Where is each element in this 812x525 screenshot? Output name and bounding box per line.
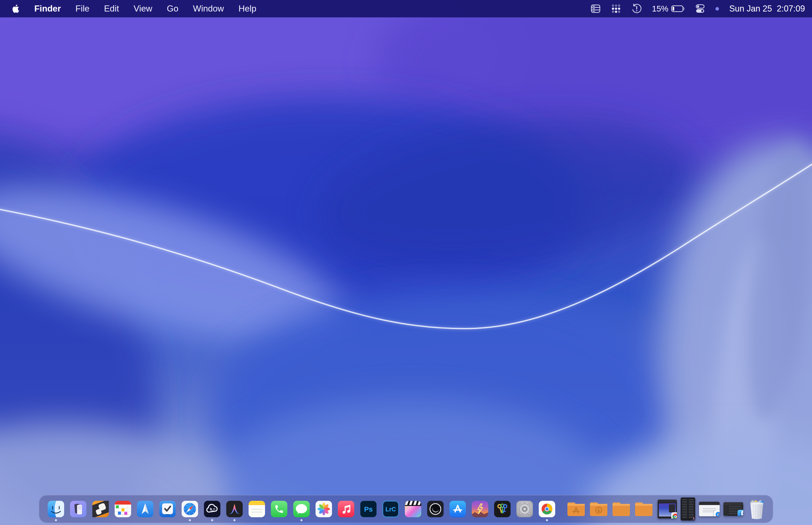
dock-system-settings[interactable] (517, 496, 533, 522)
server-stack-icon[interactable] (591, 4, 601, 13)
finder-badge-icon (737, 510, 743, 516)
dock-notes[interactable] (249, 496, 265, 522)
dock-phone[interactable] (271, 496, 287, 522)
menu-finder[interactable]: Finder (34, 4, 61, 14)
apple-menu-icon[interactable] (11, 4, 20, 14)
status-dot-icon[interactable] (716, 7, 719, 11)
history-alert-icon[interactable] (631, 3, 642, 14)
running-indicator (189, 519, 191, 521)
dock: Ps LrC (39, 495, 773, 523)
dock-chrome[interactable] (539, 496, 555, 522)
minimized-finder-window[interactable] (723, 502, 743, 516)
battery-icon (671, 5, 685, 12)
menu-clock[interactable]: Sun Jan 25 2:07:09 (729, 4, 805, 14)
menu-bar: Finder File Edit View Go Window Help (0, 0, 812, 17)
window-titlebar (699, 502, 720, 505)
dock-folders (566, 496, 654, 522)
dock-downloads-folder[interactable] (589, 496, 608, 522)
menu-file[interactable]: File (75, 4, 90, 14)
dock-final-cut-pro[interactable] (405, 496, 421, 522)
dock-lightning-app[interactable] (472, 496, 488, 522)
window-sidebar (723, 505, 727, 516)
dots-grid-icon[interactable] (611, 4, 621, 14)
dock-peak-gradient-app[interactable] (226, 496, 243, 522)
dock-finder[interactable] (48, 496, 64, 522)
dock-spark-mail[interactable] (137, 496, 153, 522)
lightroom-label: LrC (386, 506, 396, 513)
dock-lightroom-classic[interactable]: LrC (383, 496, 399, 522)
dock-safari[interactable] (182, 496, 198, 522)
dock-messages[interactable] (293, 496, 310, 522)
window-titlebar (723, 502, 743, 505)
minimized-chrome-window[interactable] (658, 500, 677, 519)
macos-desktop: { "menu_bar": { "apple_menu": "apple-log… (0, 0, 812, 525)
dock-things[interactable] (159, 496, 176, 522)
dock-trash-full[interactable] (748, 496, 766, 522)
menu-help[interactable]: Help (239, 4, 256, 14)
dock-photoshop[interactable]: Ps (360, 496, 377, 522)
minimized-safari-window[interactable] (699, 502, 720, 516)
running-indicator (211, 519, 213, 521)
window-titlebar (658, 500, 677, 502)
dock-window-tiles-app[interactable] (92, 496, 109, 522)
chrome-logo-icon (672, 513, 677, 519)
running-indicator (546, 519, 548, 521)
dock-apps: Ps LrC (48, 496, 555, 522)
dock-passwords[interactable] (494, 496, 510, 522)
running-indicator (301, 519, 303, 521)
dock-applications-folder[interactable] (566, 496, 586, 522)
dock-folder[interactable] (634, 496, 654, 522)
window-panel (669, 504, 675, 512)
peak-app-badge-icon (690, 514, 695, 521)
dock-music[interactable] (338, 496, 354, 522)
chrome-badge-icon (671, 512, 677, 519)
safari-badge-icon (714, 510, 720, 516)
desktop-wallpaper (0, 0, 812, 525)
menu-view[interactable]: View (134, 4, 152, 14)
photoshop-label: Ps (364, 505, 373, 513)
minimized-code-window[interactable] (681, 497, 695, 521)
dock-photos[interactable] (316, 496, 332, 522)
dock-folder[interactable] (612, 496, 631, 522)
dock-iphone-mirroring[interactable] (70, 496, 87, 522)
running-indicator (55, 519, 57, 521)
menu-window[interactable]: Window (193, 4, 224, 14)
dock-busycal[interactable] (114, 496, 131, 522)
dock-cloud-wink-app[interactable] (204, 496, 220, 522)
battery-indicator[interactable]: 15% (652, 4, 685, 13)
dock-obs-studio[interactable] (427, 496, 444, 522)
control-center-icon[interactable] (695, 4, 705, 14)
running-indicator (233, 519, 236, 521)
menu-edit[interactable]: Edit (104, 4, 119, 14)
menu-go[interactable]: Go (167, 4, 178, 14)
dock-minimized-windows (658, 497, 743, 521)
dock-app-store[interactable] (449, 496, 466, 522)
battery-percent: 15% (652, 4, 669, 13)
